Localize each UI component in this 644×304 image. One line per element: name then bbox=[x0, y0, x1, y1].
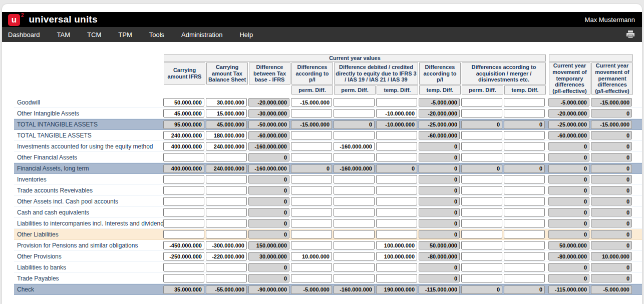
cell-input[interactable] bbox=[334, 274, 375, 282]
cell-input[interactable] bbox=[163, 109, 204, 118]
nav-item-tcm[interactable]: TCM bbox=[87, 31, 101, 38]
nav-item-administration[interactable]: Administration bbox=[181, 31, 222, 38]
cell-input[interactable] bbox=[206, 197, 247, 206]
cell-input[interactable] bbox=[163, 175, 204, 184]
nav-item-tools[interactable]: Tools bbox=[149, 31, 164, 38]
cell-input[interactable] bbox=[376, 241, 417, 250]
cell-input[interactable] bbox=[461, 263, 502, 272]
cell-input[interactable] bbox=[504, 175, 545, 184]
cell-input[interactable] bbox=[334, 219, 375, 228]
cell-input[interactable] bbox=[206, 186, 247, 194]
cell-input[interactable] bbox=[376, 208, 417, 216]
cell-input[interactable] bbox=[461, 197, 502, 206]
cell-input[interactable] bbox=[163, 131, 204, 140]
nav-item-dashboard[interactable]: Dashboard bbox=[8, 31, 40, 38]
print-icon[interactable] bbox=[626, 30, 635, 38]
cell-input[interactable] bbox=[163, 230, 204, 238]
cell-input[interactable] bbox=[461, 241, 502, 250]
cell-input[interactable] bbox=[376, 175, 417, 184]
cell-input[interactable] bbox=[504, 208, 545, 216]
cell-input[interactable] bbox=[334, 208, 375, 216]
cell-input[interactable] bbox=[376, 274, 417, 282]
cell-input[interactable] bbox=[291, 252, 332, 260]
cell-input[interactable] bbox=[163, 274, 204, 282]
cell-input[interactable] bbox=[291, 230, 332, 238]
cell-input[interactable] bbox=[461, 252, 502, 260]
cell-input[interactable] bbox=[504, 241, 545, 250]
cell-input[interactable] bbox=[461, 274, 502, 282]
cell-input[interactable] bbox=[291, 98, 332, 106]
cell-input[interactable] bbox=[504, 109, 545, 118]
cell-input[interactable] bbox=[461, 230, 502, 238]
cell-input[interactable] bbox=[504, 230, 545, 238]
cell-input[interactable] bbox=[376, 197, 417, 206]
cell-input[interactable] bbox=[163, 208, 204, 216]
cell-input[interactable] bbox=[334, 197, 375, 206]
cell-input[interactable] bbox=[163, 153, 204, 162]
nav-item-help[interactable]: Help bbox=[239, 31, 253, 38]
cell-input[interactable] bbox=[291, 153, 332, 162]
cell-input[interactable] bbox=[461, 175, 502, 184]
cell-input[interactable] bbox=[376, 98, 417, 106]
cell-input[interactable] bbox=[376, 109, 417, 118]
cell-input[interactable] bbox=[163, 263, 204, 272]
cell-input[interactable] bbox=[461, 219, 502, 228]
cell-input[interactable] bbox=[376, 252, 417, 260]
cell-input[interactable] bbox=[291, 186, 332, 194]
cell-input[interactable] bbox=[291, 175, 332, 184]
cell-input[interactable] bbox=[206, 153, 247, 162]
cell-input[interactable] bbox=[376, 142, 417, 150]
cell-input[interactable] bbox=[461, 131, 502, 140]
cell-input[interactable] bbox=[461, 142, 502, 150]
cell-input[interactable] bbox=[504, 142, 545, 150]
cell-input[interactable] bbox=[504, 219, 545, 228]
cell-input[interactable] bbox=[206, 241, 247, 250]
cell-input[interactable] bbox=[504, 186, 545, 194]
nav-item-tpm[interactable]: TPM bbox=[118, 31, 132, 38]
cell-input[interactable] bbox=[206, 208, 247, 216]
cell-input[interactable] bbox=[461, 153, 502, 162]
cell-input[interactable] bbox=[504, 98, 545, 106]
cell-input[interactable] bbox=[504, 252, 545, 260]
cell-input[interactable] bbox=[206, 274, 247, 282]
cell-input[interactable] bbox=[291, 142, 332, 150]
cell-input[interactable] bbox=[334, 142, 375, 150]
cell-input[interactable] bbox=[291, 197, 332, 206]
cell-input[interactable] bbox=[206, 252, 247, 260]
cell-input[interactable] bbox=[206, 175, 247, 184]
cell-input[interactable] bbox=[461, 98, 502, 106]
cell-input[interactable] bbox=[291, 208, 332, 216]
cell-input[interactable] bbox=[334, 175, 375, 184]
cell-input[interactable] bbox=[206, 263, 247, 272]
cell-input[interactable] bbox=[206, 142, 247, 150]
cell-input[interactable] bbox=[504, 263, 545, 272]
cell-input[interactable] bbox=[334, 98, 375, 106]
cell-input[interactable] bbox=[291, 274, 332, 282]
cell-input[interactable] bbox=[334, 230, 375, 238]
cell-input[interactable] bbox=[163, 186, 204, 194]
cell-input[interactable] bbox=[461, 109, 502, 118]
cell-input[interactable] bbox=[376, 263, 417, 272]
cell-input[interactable] bbox=[163, 98, 204, 106]
cell-input[interactable] bbox=[206, 131, 247, 140]
cell-input[interactable] bbox=[504, 197, 545, 206]
cell-input[interactable] bbox=[291, 109, 332, 118]
cell-input[interactable] bbox=[163, 197, 204, 206]
cell-input[interactable] bbox=[163, 219, 204, 228]
cell-input[interactable] bbox=[376, 186, 417, 194]
cell-input[interactable] bbox=[334, 263, 375, 272]
cell-input[interactable] bbox=[504, 153, 545, 162]
cell-input[interactable] bbox=[291, 219, 332, 228]
cell-input[interactable] bbox=[206, 219, 247, 228]
cell-input[interactable] bbox=[291, 131, 332, 140]
cell-input[interactable] bbox=[334, 241, 375, 250]
cell-input[interactable] bbox=[291, 263, 332, 272]
cell-input[interactable] bbox=[504, 131, 545, 140]
cell-input[interactable] bbox=[163, 241, 204, 250]
cell-input[interactable] bbox=[334, 186, 375, 194]
cell-input[interactable] bbox=[461, 208, 502, 216]
nav-item-tam[interactable]: TAM bbox=[57, 31, 70, 38]
cell-input[interactable] bbox=[163, 252, 204, 260]
cell-input[interactable] bbox=[206, 98, 247, 106]
cell-input[interactable] bbox=[334, 252, 375, 260]
